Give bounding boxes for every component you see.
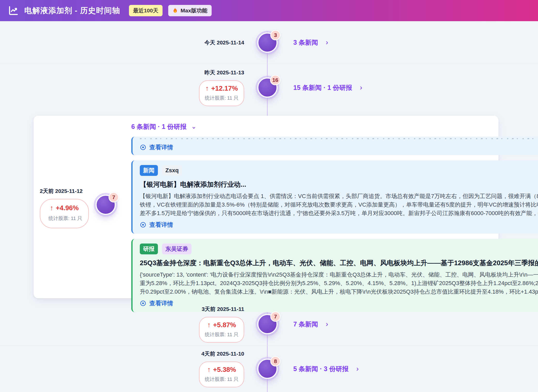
eye-icon: [140, 144, 146, 151]
date-label: 3天前 2025-11-11: [202, 305, 244, 313]
news-summary-label: 15 条新闻 · 1 份研报: [293, 83, 352, 92]
view-detail-label: 查看详情: [149, 143, 173, 151]
chevron-right-icon: ›: [360, 84, 362, 91]
timeline-node[interactable]: 8: [257, 359, 278, 379]
change-percent: +5.87%: [213, 321, 236, 329]
change-stat-bubble: ↑ +5.38% 统计股票: 11 只: [199, 362, 244, 387]
event-count-badge: 8: [270, 356, 281, 366]
report-body-line: 重为5.28%，环比上升1.13pct。2024Q3-2025Q3持仓比例分别为…: [140, 279, 538, 287]
timeline: 今天 2025-11-14 3 3 条新闻 › 昨天 2025-11-13 ↑ …: [0, 21, 538, 392]
eye-icon: [140, 222, 146, 228]
stocks-count: 统计股票: 11 只: [205, 95, 239, 101]
timeline-node[interactable]: 3: [257, 33, 278, 53]
date-label: 2天前 2025-11-12: [40, 187, 89, 195]
change-percent: +12.17%: [211, 84, 238, 92]
view-detail-link[interactable]: 查看详情: [140, 143, 173, 151]
news-title: 【银河电新】电解液添加剂行业动...: [140, 180, 538, 189]
expanded-summary-label: 6 条新闻 · 1 份研报: [131, 122, 187, 131]
clipped-text-sliver: [140, 138, 538, 140]
news-card-clipped: 查看详情: [131, 137, 538, 155]
chevron-right-icon: ›: [356, 365, 359, 372]
report-body-line: {'sourceType': 13, 'content': '电力设备行业深度报…: [140, 270, 538, 279]
event-count-badge: 16: [270, 75, 281, 85]
card-type-badge: 研报: [140, 244, 158, 254]
up-arrow-icon: ↑: [207, 321, 211, 329]
stocks-count: 统计股票: 11 只: [47, 214, 82, 223]
report-body: {'sourceType': 13, 'content': '电力设备行业深度报…: [140, 270, 538, 296]
event-count-badge: 7: [270, 311, 281, 322]
event-count-badge: 3: [270, 30, 281, 40]
news-body: 【银河电新】电解液添加剂行业动态电话会要点 1、供需情况：VC当前供需很紧，头部…: [140, 192, 538, 217]
report-card: 研报 东吴证券 25Q3基金持仓深度：电新重仓Q3总体上升，电动车、光伏、储能、…: [131, 239, 538, 312]
news-summary-link[interactable]: 3 条新闻 ›: [293, 38, 328, 47]
view-detail-link[interactable]: 查看详情: [140, 221, 173, 229]
card-source-badge: 东吴证券: [162, 244, 191, 254]
timeline-row-2025-11-12-expanded: 2天前 2025-11-12 ↑ +4.96% 统计股票: 11 只 7 6 条…: [0, 111, 538, 303]
chevron-right-icon: ›: [326, 39, 328, 46]
page-title: 电解液添加剂 - 历史时间轴: [24, 5, 120, 16]
trend-chart-icon: [8, 5, 19, 16]
change-percent: +5.38%: [213, 366, 236, 374]
chevron-right-icon: ›: [326, 321, 328, 328]
news-body-line: 【银河电新】电解液添加剂行业动态电话会要点 1、供需情况：VC当前供需很紧，头部…: [140, 192, 538, 200]
timeline-node[interactable]: 16: [257, 77, 278, 98]
up-arrow-icon: ↑: [50, 204, 53, 212]
timeline-node[interactable]: 7: [257, 314, 278, 334]
event-card-list: 查看详情 新闻 Zsxq 【银河电新】电解液添加剂行业动... 【银河电新】电解…: [131, 137, 538, 312]
event-count-badge: 7: [109, 192, 119, 202]
collapse-day-link[interactable]: 6 条新闻 · 1 份研报 ⌄: [131, 122, 196, 131]
change-stat-bubble: ↑ +12.17% 统计股票: 11 只: [199, 80, 244, 106]
expanded-day-panel: 2天前 2025-11-12 ↑ +4.96% 统计股票: 11 只 7 6 条…: [34, 116, 498, 298]
fire-icon: [172, 7, 178, 14]
date-label: 昨天 2025-11-13: [204, 69, 244, 76]
news-summary-label: 7 条新闻: [293, 320, 318, 328]
news-body-line: 差不多1.5万吨是给宁德保供的，只有5000吨在市场进行流通，宁德也还要外采3.…: [140, 209, 538, 217]
card-source-badge: Zsxq: [162, 166, 182, 175]
news-summary-label: 3 条新闻: [293, 38, 318, 47]
news-summary-link[interactable]: 15 条新闻 · 1 份研报 ›: [293, 83, 362, 92]
timeline-row-2025-11-13: 昨天 2025-11-13 ↑ +12.17% 统计股票: 11 只 16 15…: [0, 64, 538, 111]
max-feature-badge: Max版功能: [168, 5, 212, 16]
stocks-count: 统计股票: 11 只: [205, 376, 239, 383]
timeline-row-2025-11-10: 4天前 2025-11-10 ↑ +5.38% 统计股票: 11 只 8 5 条…: [0, 346, 538, 392]
report-title: 25Q3基金持仓深度：电新重仓Q3总体上升，电动车、光伏、储能、工控、电网、风电…: [140, 258, 538, 268]
app-header: 电解液添加剂 - 历史时间轴 最近100天 Max版功能: [0, 0, 538, 21]
news-summary-link[interactable]: 5 条新闻 · 3 份研报 ›: [293, 365, 359, 373]
date-label: 4天前 2025-11-10: [201, 350, 244, 357]
up-arrow-icon: ↑: [207, 366, 211, 374]
date-label: 今天 2025-11-14: [204, 39, 244, 46]
stocks-count: 统计股票: 11 只: [205, 331, 239, 338]
news-body-line: 铁锂，VC在铁锂里面的添加量是3.5%-6%（特别是储能，对循环充放电次数要求更…: [140, 200, 538, 209]
news-summary-label: 5 条新闻 · 3 份研报: [293, 365, 349, 373]
timeline-row-2025-11-11: 3天前 2025-11-11 ↑ +5.87% 统计股票: 11 只 7 7 条…: [0, 303, 538, 346]
view-detail-label: 查看详情: [149, 221, 173, 229]
up-arrow-icon: ↑: [205, 84, 209, 92]
card-type-badge: 新闻: [140, 165, 158, 176]
news-card: 新闻 Zsxq 【银河电新】电解液添加剂行业动... 【银河电新】电解液添加剂行…: [131, 160, 538, 234]
timeline-node[interactable]: 7: [96, 195, 116, 215]
change-stat-bubble: ↑ +4.96% 统计股票: 11 只: [40, 199, 89, 228]
report-body-line: 升0.29pct至2.00%，钠电池、复合集流体上涨。\r\n■新能源：光伏、风…: [140, 287, 538, 296]
date-range-badge: 最近100天: [129, 5, 163, 16]
change-stat-bubble: ↑ +5.87% 统计股票: 11 只: [199, 317, 244, 343]
news-summary-link[interactable]: 7 条新闻 ›: [293, 320, 328, 328]
chevron-down-icon: ⌄: [191, 125, 196, 128]
max-feature-label: Max版功能: [181, 7, 207, 14]
timeline-row-2025-11-14: 今天 2025-11-14 3 3 条新闻 ›: [0, 21, 538, 64]
change-percent: +4.96%: [56, 204, 79, 212]
